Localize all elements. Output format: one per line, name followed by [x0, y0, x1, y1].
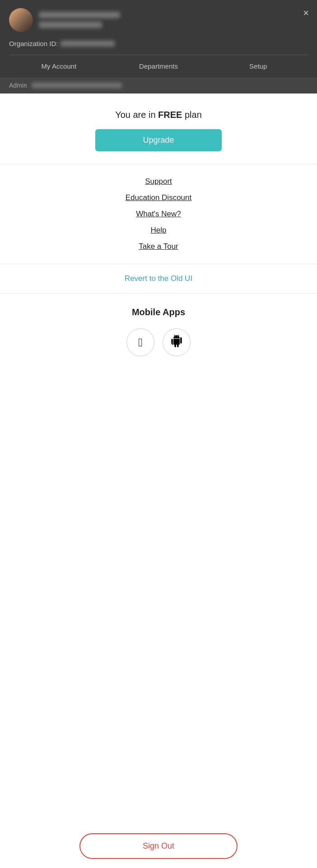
take-a-tour-link[interactable]: Take a Tour: [139, 242, 178, 251]
support-link[interactable]: Support: [145, 177, 172, 186]
tab-departments[interactable]: Departments: [109, 55, 209, 77]
main-content: You are in FREE plan Upgrade Support Edu…: [0, 93, 317, 641]
tab-setup[interactable]: Setup: [208, 55, 308, 77]
user-name-blurred: [39, 12, 120, 18]
user-email-blurred: [39, 22, 102, 28]
plan-section: You are in FREE plan Upgrade: [0, 93, 317, 164]
plan-name: FREE: [158, 110, 182, 120]
links-section: Support Education Discount What's New? H…: [0, 164, 317, 264]
close-button[interactable]: ×: [303, 8, 309, 18]
upgrade-button[interactable]: Upgrade: [95, 129, 222, 151]
admin-info-blurred: [32, 83, 122, 88]
app-icons: : [9, 328, 308, 356]
mobile-section: Mobile Apps : [0, 294, 317, 370]
whats-new-link[interactable]: What's New?: [136, 210, 181, 219]
plan-text-suffix: plan: [182, 110, 201, 120]
android-app-button[interactable]: [163, 328, 191, 356]
plan-text-prefix: You are in: [115, 110, 158, 120]
org-id-value-blurred: [61, 41, 115, 47]
revert-section: Revert to the Old UI: [0, 264, 317, 294]
tab-my-account[interactable]: My Account: [9, 55, 109, 77]
ios-app-button[interactable]: : [126, 328, 154, 356]
revert-button[interactable]: Revert to the Old UI: [125, 274, 192, 283]
org-id-label: Organization ID:: [9, 40, 58, 47]
avatar: [9, 8, 33, 32]
apple-icon: : [138, 336, 143, 350]
android-icon: [170, 335, 183, 350]
mobile-apps-title: Mobile Apps: [9, 307, 308, 317]
header: × Organization ID: My Account Department…: [0, 0, 317, 77]
help-link[interactable]: Help: [151, 226, 167, 235]
nav-tabs: My Account Departments Setup: [9, 55, 308, 77]
signout-section: Sign Out: [0, 824, 317, 868]
org-id-row: Organization ID:: [9, 36, 308, 55]
header-info: [39, 12, 120, 28]
plan-text: You are in FREE plan: [9, 110, 308, 120]
sign-out-button[interactable]: Sign Out: [79, 833, 238, 859]
admin-label: Admin: [9, 82, 27, 89]
header-top: [9, 8, 308, 36]
education-discount-link[interactable]: Education Discount: [126, 193, 191, 202]
admin-bar: Admin: [0, 77, 317, 93]
